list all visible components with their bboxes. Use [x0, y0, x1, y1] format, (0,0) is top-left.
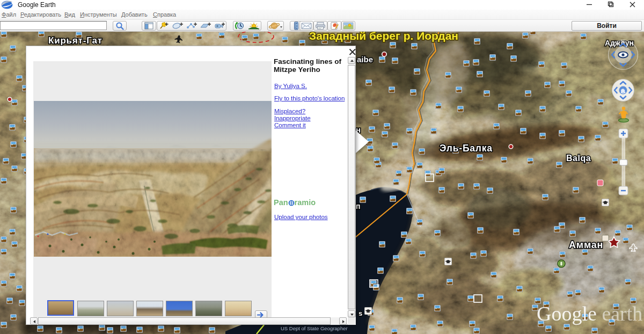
svg-text:п: п: [356, 202, 360, 210]
svg-text:Google earth: Google earth: [537, 302, 642, 325]
svg-text:s: s: [358, 309, 362, 317]
svg-text:Эль-Балка: Эль-Балка: [440, 143, 493, 154]
svg-text:Амман: Амман: [569, 239, 603, 250]
svg-text:US Dept of State Geographer: US Dept of State Geographer: [281, 325, 348, 331]
svg-text:Западный берег р. Иордан: Западный берег р. Иордан: [309, 32, 458, 42]
svg-text:Balqa: Balqa: [566, 154, 591, 163]
svg-text:Кирьят-Гат: Кирьят-Гат: [48, 35, 103, 46]
